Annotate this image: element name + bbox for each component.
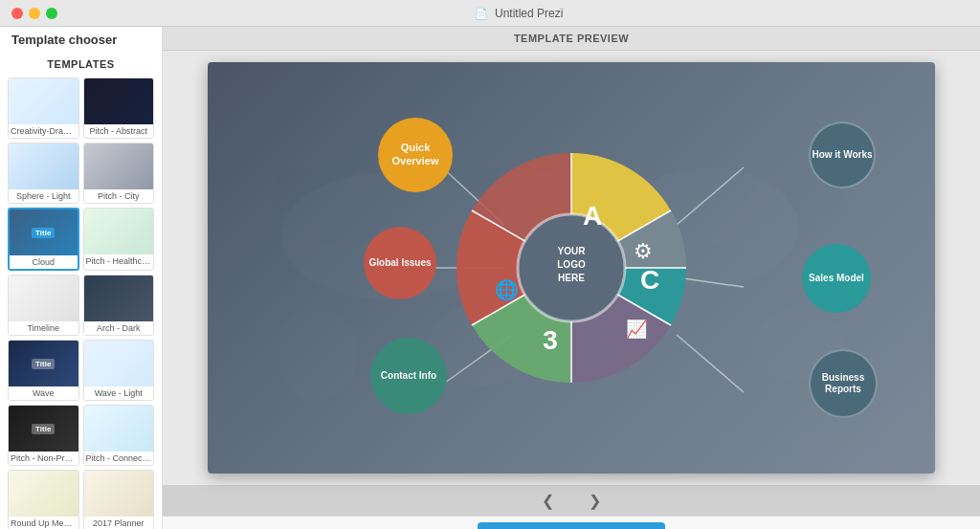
templates-section-label: TEMPLATES — [0, 49, 162, 74]
template-thumb-pitch-connections — [84, 406, 154, 452]
template-thumb-wave-light — [84, 341, 154, 386]
svg-text:YOUR: YOUR — [558, 246, 587, 256]
close-button[interactable] — [11, 8, 23, 19]
template-label-planner-2017: 2017 Planner — [84, 517, 154, 529]
template-thumb-wave: Title — [9, 341, 78, 386]
template-item-sphere-light[interactable]: Sphere - Light — [8, 143, 79, 204]
template-thumb-roundup-consulting — [9, 471, 78, 517]
template-item-wave[interactable]: TitleWave — [8, 340, 79, 401]
next-arrow[interactable]: ❯ — [581, 488, 609, 514]
main-content: Template chooser TEMPLATES Creativity-Dr… — [0, 27, 980, 529]
template-label-pitch-abstract: Pitch - Abstract — [84, 124, 154, 138]
template-item-roundup-consulting[interactable]: Round Up Meeting - Consulting — [8, 470, 79, 529]
bubble-how-it-works: How it Works — [809, 121, 876, 188]
prev-arrow[interactable]: ❮ — [534, 488, 562, 514]
traffic-lights — [11, 8, 57, 19]
bubble-business-reports: Business Reports — [809, 349, 878, 418]
preview-header: TEMPLATE PREVIEW — [163, 27, 980, 51]
template-item-wave-light[interactable]: Wave - Light — [83, 340, 155, 401]
svg-text:📈: 📈 — [626, 319, 648, 340]
template-item-pitch-connections[interactable]: Pitch - Connections — [83, 405, 155, 466]
template-label-sphere-light: Sphere - Light — [9, 189, 78, 203]
pie-chart: A ⚙ C 📈 3 🌐 YOUR LOGO H — [437, 134, 705, 402]
template-item-planner-2017[interactable]: 2017 Planner — [83, 470, 155, 529]
template-thumb-cloud: Title — [10, 209, 78, 255]
template-thumb-arch-dark — [84, 276, 154, 321]
template-thumb-pitch-abstract — [84, 78, 154, 124]
template-item-pitch-nonprofit[interactable]: TitlePitch - Non-Profit — [8, 405, 79, 466]
template-item-pitch-city[interactable]: Pitch - City — [83, 143, 155, 204]
template-thumb-pitch-city — [84, 143, 154, 189]
template-grid: Creativity-DrawingPitch - AbstractSphere… — [0, 74, 162, 529]
bubble-contact-info: Contact Info — [370, 338, 447, 414]
template-thumb-planner-2017 — [84, 471, 154, 517]
prezi-icon: 📄 — [475, 8, 488, 19]
preview-area: A ⚙ C 📈 3 🌐 YOUR LOGO H — [163, 51, 980, 485]
template-item-timeline[interactable]: Timeline — [8, 275, 79, 336]
svg-text:HERE: HERE — [558, 273, 585, 283]
minimize-button[interactable] — [29, 8, 40, 19]
use-template-button[interactable]: Use this template — [478, 522, 665, 530]
template-label-wave: Wave — [9, 386, 78, 400]
template-item-pitch-healthcare[interactable]: Pitch - Healthcare — [83, 208, 155, 271]
navigation-bar: ❮ ❯ — [163, 485, 980, 516]
footer-bar: Use this template — [163, 516, 980, 529]
template-item-creativity-drawing[interactable]: Creativity-Drawing — [8, 77, 79, 139]
template-thumb-pitch-nonprofit: Title — [9, 406, 78, 452]
maximize-button[interactable] — [46, 8, 57, 19]
title-bar: 📄 Untitled Prezi — [0, 0, 980, 27]
template-thumb-timeline — [9, 276, 78, 321]
template-item-pitch-abstract[interactable]: Pitch - Abstract — [83, 77, 155, 139]
template-label-pitch-healthcare: Pitch - Healthcare — [84, 254, 154, 268]
template-label-roundup-consulting: Round Up Meeting - Consulting — [9, 517, 78, 529]
diagram-container: A ⚙ C 📈 3 🌐 YOUR LOGO H — [437, 134, 705, 402]
template-label-timeline: Timeline — [9, 321, 78, 335]
svg-text:🌐: 🌐 — [495, 278, 519, 301]
window-title: 📄 Untitled Prezi — [69, 7, 969, 20]
template-label-pitch-nonprofit: Pitch - Non-Profit — [9, 452, 78, 465]
template-label-creativity-drawing: Creativity-Drawing — [9, 124, 78, 138]
svg-text:A: A — [583, 201, 602, 231]
template-label-cloud: Cloud — [10, 255, 78, 269]
right-panel: TEMPLATE PREVIEW — [163, 27, 980, 529]
bubble-sales-model: Sales Model — [802, 244, 871, 313]
sidebar: Template chooser TEMPLATES Creativity-Dr… — [0, 27, 163, 529]
template-thumb-pitch-healthcare — [84, 209, 154, 254]
template-item-arch-dark[interactable]: Arch - Dark — [83, 275, 155, 336]
template-label-pitch-connections: Pitch - Connections — [84, 452, 154, 465]
svg-point-5 — [276, 309, 358, 400]
template-thumb-creativity-drawing — [9, 78, 78, 124]
slide-preview: A ⚙ C 📈 3 🌐 YOUR LOGO H — [208, 62, 935, 474]
template-label-pitch-city: Pitch - City — [84, 189, 154, 203]
template-label-arch-dark: Arch - Dark — [84, 321, 154, 335]
template-item-cloud[interactable]: TitleCloud — [8, 208, 79, 271]
svg-text:C: C — [640, 265, 659, 295]
svg-text:3: 3 — [543, 325, 558, 355]
svg-text:⚙: ⚙ — [634, 239, 653, 263]
app-title: Template chooser — [0, 27, 162, 49]
bubble-global-issues: Global Issues — [364, 227, 436, 299]
svg-text:LOGO: LOGO — [557, 259, 586, 270]
template-thumb-sphere-light — [9, 143, 78, 189]
bubble-quick-overview: Quick Overview — [378, 118, 453, 192]
template-label-wave-light: Wave - Light — [84, 386, 154, 400]
